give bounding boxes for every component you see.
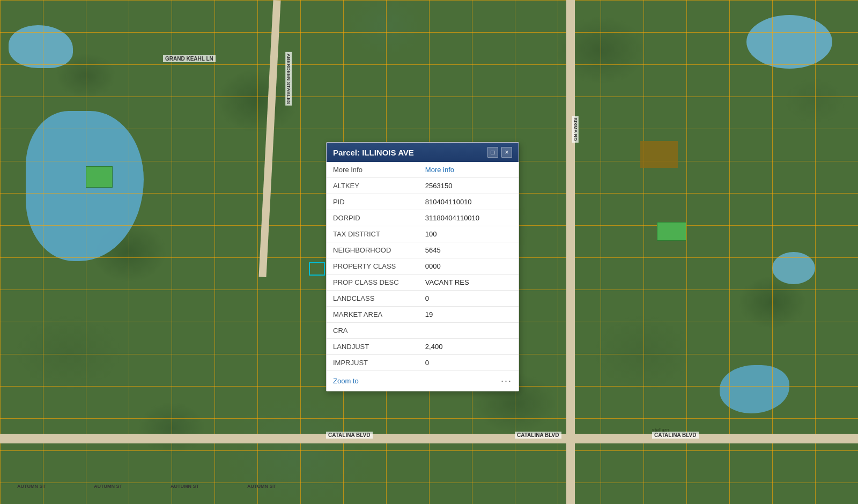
row-value: 0	[419, 291, 519, 307]
row-value: 31180404110010	[419, 210, 519, 226]
table-row: PROP CLASS DESCVACANT RES	[327, 275, 519, 291]
table-row: CRA	[327, 323, 519, 339]
popup-header: Parcel: ILLINOIS AVE □ ×	[327, 143, 519, 162]
popup-expand-button[interactable]: □	[487, 147, 498, 158]
row-label: CRA	[327, 323, 419, 339]
popup-title: Parcel: ILLINOIS AVE	[333, 148, 414, 157]
selected-parcel	[309, 262, 325, 276]
row-link[interactable]: More info	[425, 166, 454, 174]
popup-close-button[interactable]: ×	[501, 147, 512, 158]
row-label: IMPRJUST	[327, 355, 419, 371]
row-value: 0000	[419, 258, 519, 275]
row-label: PROPERTY CLASS	[327, 258, 419, 275]
row-label: DORPID	[327, 210, 419, 226]
green-parcel-right	[657, 222, 686, 241]
popup-body: More InfoMore infoALTKEY2563150PID810404…	[327, 162, 519, 370]
row-value: 2563150	[419, 178, 519, 194]
autumn-st-label-3: AUTUMN ST	[171, 484, 199, 489]
row-value: 810404110010	[419, 194, 519, 210]
row-value: 2,400	[419, 339, 519, 355]
table-row: IMPRJUST0	[327, 355, 519, 371]
autumn-st-label-1: AUTUMN ST	[17, 484, 46, 489]
road-sixma-rd-label: SIXMA RD	[572, 116, 579, 143]
street-autumn-labels-container: AUTUMN ST AUTUMN ST AUTUMN ST AUTUMN ST	[17, 484, 276, 489]
row-label: PROP CLASS DESC	[327, 275, 419, 291]
row-label: ALTKEY	[327, 178, 419, 194]
parcel-info-popup: Parcel: ILLINOIS AVE □ × More InfoMore i…	[326, 142, 519, 391]
table-row: ALTKEY2563150	[327, 178, 519, 194]
row-label: NEIGHBORHOOD	[327, 242, 419, 258]
row-label: LANDJUST	[327, 339, 419, 355]
row-value: 100	[419, 226, 519, 242]
road-catalina-blvd	[0, 434, 858, 443]
zoom-to-link[interactable]: Zoom to	[333, 377, 359, 385]
table-row: LANDCLASS0	[327, 291, 519, 307]
table-row: PID810404110010	[327, 194, 519, 210]
table-row: PROPERTY CLASS0000	[327, 258, 519, 275]
row-value: 0	[419, 355, 519, 371]
road-aberdeen-stables-label: ABERDEEN STABLES	[285, 52, 292, 106]
row-label: PID	[327, 194, 419, 210]
row-label: LANDCLASS	[327, 291, 419, 307]
table-row: MARKET AREA19	[327, 307, 519, 323]
table-row: TAX DISTRICT100	[327, 226, 519, 242]
table-row: DORPID31180404110010	[327, 210, 519, 226]
table-row: More InfoMore info	[327, 162, 519, 178]
row-value: 5645	[419, 242, 519, 258]
autumn-st-label-2: AUTUMN ST	[94, 484, 122, 489]
popup-footer: Zoom to ···	[327, 370, 519, 391]
row-value[interactable]: More info	[419, 162, 519, 178]
row-label: More Info	[327, 162, 419, 178]
table-row: NEIGHBORHOOD5645	[327, 242, 519, 258]
road-catalina-blvd-label1: CATALINA BLVD	[326, 432, 373, 439]
more-options-button[interactable]: ···	[501, 375, 512, 387]
road-catalina-blvd-label2: CATALINA BLVD	[515, 432, 561, 439]
table-row: LANDJUST2,400	[327, 339, 519, 355]
popup-data-table: More InfoMore infoALTKEY2563150PID810404…	[327, 162, 519, 370]
map-watermark: stellarn	[652, 427, 669, 433]
road-grand-keahl-label: GRAND KEAHL LN	[163, 55, 216, 62]
green-parcel-left	[86, 166, 113, 188]
popup-controls: □ ×	[487, 147, 512, 158]
row-value: VACANT RES	[419, 275, 519, 291]
row-label: TAX DISTRICT	[327, 226, 419, 242]
road-sixma-rd	[566, 0, 575, 504]
brown-parcel	[640, 141, 678, 168]
row-label: MARKET AREA	[327, 307, 419, 323]
row-value	[419, 323, 519, 339]
row-value: 19	[419, 307, 519, 323]
autumn-st-label-4: AUTUMN ST	[247, 484, 276, 489]
